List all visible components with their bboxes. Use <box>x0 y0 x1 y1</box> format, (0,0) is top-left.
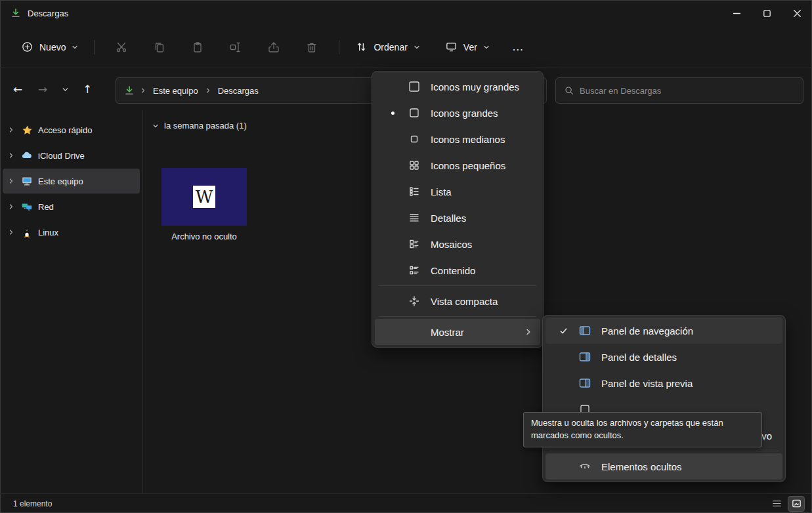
search-bar <box>555 77 803 104</box>
chevron-right-icon[interactable] <box>8 229 16 236</box>
computer-icon <box>21 175 33 187</box>
new-button-label: Nuevo <box>39 42 66 52</box>
file-item[interactable]: W Archivo no oculto <box>161 168 247 241</box>
plus-circle-icon <box>21 41 33 53</box>
medium-icons-icon <box>408 133 421 146</box>
thumb-letter: W <box>196 187 213 207</box>
small-icons-icon <box>408 159 421 172</box>
file-name: Archivo no oculto <box>161 232 247 241</box>
more-options-button[interactable]: … <box>503 40 534 54</box>
preview-pane-icon <box>578 377 591 390</box>
details-view-icon <box>408 211 421 224</box>
sidebar-item-label: Red <box>38 202 54 212</box>
show-submenu: Panel de navegación Panel de detalles Pa… <box>542 315 786 482</box>
group-header[interactable]: la semana pasada (1) <box>152 121 247 131</box>
copy-button[interactable] <box>140 35 179 59</box>
title-bar: Descargas <box>0 0 812 26</box>
chevron-right-icon[interactable] <box>8 178 16 184</box>
chevron-right-icon[interactable] <box>8 203 16 210</box>
empty-icon-slot <box>408 325 421 339</box>
sidebar-item-network[interactable]: Red <box>3 194 140 219</box>
chevron-down-icon <box>414 44 420 51</box>
new-button[interactable]: Nuevo <box>13 35 86 59</box>
view-button-label: Ver <box>463 42 477 52</box>
submenu-item-preview-pane[interactable]: Panel de vista previa <box>545 370 782 396</box>
status-view-toggles <box>769 497 804 511</box>
nav-buttons: ← → ↑ <box>5 77 100 101</box>
tiles-view-icon <box>408 237 421 251</box>
large-icons-icon <box>408 106 421 119</box>
search-icon <box>564 85 574 96</box>
clipped-label-fragment: vo <box>761 430 772 441</box>
sidebar-item-label: Este equipo <box>38 176 83 186</box>
view-monitor-icon <box>445 41 458 53</box>
submenu-item-hidden-items[interactable]: Elementos ocultos <box>545 453 782 480</box>
sort-button[interactable]: Ordenar <box>347 35 427 59</box>
back-button[interactable]: ← <box>5 77 30 101</box>
status-bar: 1 elemento <box>0 493 812 513</box>
compact-view-icon <box>408 295 421 308</box>
sidebar-item-icloud-drive[interactable]: iCloud Drive <box>3 143 140 168</box>
linux-penguin-icon <box>21 226 33 238</box>
menu-item-tiles[interactable]: Mosaicos <box>375 231 540 257</box>
chevron-right-icon <box>140 87 146 94</box>
paste-button[interactable] <box>179 35 217 59</box>
network-icon <box>21 201 33 213</box>
thumbnail-view-toggle-icon[interactable] <box>788 497 804 511</box>
downloads-app-icon <box>11 8 21 18</box>
sidebar-item-linux[interactable]: Linux <box>3 220 140 245</box>
forward-button[interactable]: → <box>30 77 55 101</box>
menu-item-extra-large-icons[interactable]: Iconos muy grandes <box>375 73 540 100</box>
menu-item-content[interactable]: Contenido <box>375 257 540 283</box>
details-pane-icon <box>578 350 591 363</box>
submenu-item-details-pane[interactable]: Panel de detalles <box>545 344 782 370</box>
up-button[interactable]: ↑ <box>75 77 100 101</box>
sort-arrows-icon <box>355 41 368 53</box>
menu-item-medium-icons[interactable]: Iconos medianos <box>375 126 540 152</box>
sidebar-item-quick-access[interactable]: Acceso rápido <box>3 117 140 142</box>
star-icon <box>21 124 33 136</box>
view-button[interactable]: Ver <box>437 35 498 59</box>
menu-separator <box>379 316 536 317</box>
menu-item-list[interactable]: Lista <box>375 178 540 205</box>
chevron-down-icon <box>483 44 490 51</box>
command-toolbar: Nuevo Ordenar Ver … <box>0 26 812 68</box>
list-view-icon <box>408 185 421 198</box>
share-button[interactable] <box>255 35 293 59</box>
content-view-icon <box>408 264 421 277</box>
chevron-right-icon <box>524 328 532 336</box>
tooltip-text: Muestra u oculta los archivos y carpetas… <box>531 418 723 440</box>
file-thumbnail: W <box>161 168 247 226</box>
sort-button-label: Ordenar <box>374 42 407 52</box>
menu-item-details[interactable]: Detalles <box>375 205 540 231</box>
breadcrumb-downloads[interactable]: Descargas <box>217 86 260 96</box>
menu-separator <box>379 285 536 286</box>
chevron-right-icon[interactable] <box>8 152 16 159</box>
menu-item-compact-view[interactable]: Vista compacta <box>375 288 540 314</box>
toolbar-separator <box>94 40 95 54</box>
sidebar-item-label: Linux <box>38 228 58 237</box>
navigation-pane-icon <box>578 324 591 337</box>
delete-button[interactable] <box>293 35 331 59</box>
minimize-button[interactable] <box>721 0 752 26</box>
submenu-item-navigation-pane[interactable]: Panel de navegación <box>545 318 782 344</box>
sidebar-item-label: Acceso rápido <box>38 125 92 135</box>
chevron-right-icon[interactable] <box>8 127 16 133</box>
sidebar-item-label: iCloud Drive <box>38 151 85 161</box>
menu-item-large-icons[interactable]: Iconos grandes <box>375 100 540 126</box>
item-count: 1 elemento <box>13 499 52 508</box>
menu-item-show[interactable]: Mostrar <box>375 319 540 345</box>
sidebar-item-this-pc[interactable]: Este equipo <box>3 169 140 194</box>
details-view-toggle-icon[interactable] <box>769 497 784 511</box>
rename-button[interactable] <box>217 35 255 59</box>
menu-item-small-icons[interactable]: Iconos pequeños <box>375 152 540 178</box>
maximize-button[interactable] <box>752 0 782 26</box>
recent-locations-button[interactable] <box>55 77 75 101</box>
extra-large-icons-icon <box>408 80 421 93</box>
close-button[interactable] <box>782 0 812 26</box>
search-input[interactable] <box>580 86 795 96</box>
view-dropdown-menu: Iconos muy grandes Iconos grandes Iconos… <box>372 71 544 348</box>
cut-button[interactable] <box>102 35 140 59</box>
chevron-down-icon <box>152 123 159 129</box>
breadcrumb-this-pc[interactable]: Este equipo <box>152 86 200 96</box>
